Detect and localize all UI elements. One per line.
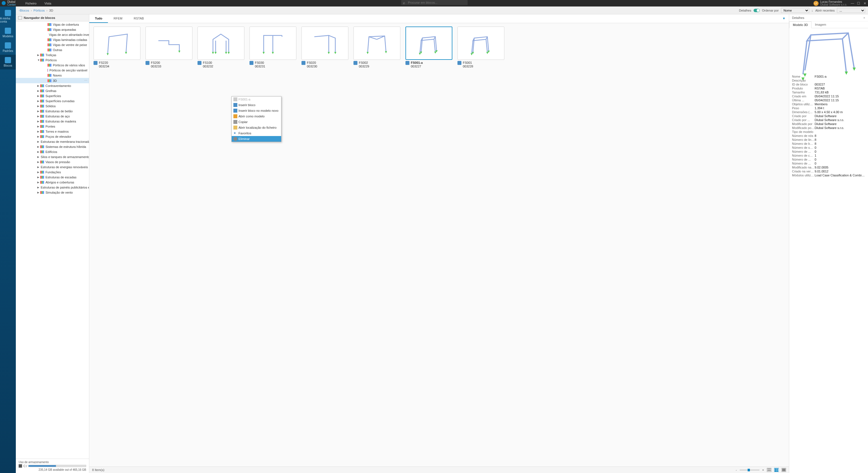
filter-icon[interactable]: ▼ [779,14,789,23]
tree-node[interactable]: ▶Contraventamento [16,83,89,88]
property-value: 8 [815,134,865,137]
tree-node[interactable]: ▶Torres e mastros [16,129,89,134]
tree-node[interactable]: ▶Sistemas de estrutura híbrida [16,144,89,149]
zoom-minus-icon[interactable]: - [736,468,737,472]
block-name: FS220 [99,61,110,65]
tree-node[interactable]: ▶Estruturas de betão [16,109,89,114]
tree-node[interactable]: ▶Estruturas de madeira [16,119,89,124]
view-list-icon[interactable] [767,468,771,472]
tree-node[interactable]: ▶Simulação de vento [16,190,89,195]
zoom-plus-icon[interactable]: + [762,468,764,472]
block-card[interactable]: FS002003229 [353,27,400,69]
svg-marker-24 [853,68,856,71]
context-favorites[interactable]: ★Favoritos [232,130,281,136]
tree-node[interactable]: ▶Fundações [16,170,89,175]
tree-node[interactable]: ▶Sólidos [16,104,89,109]
view-grid-small-icon[interactable] [774,468,779,472]
tree-node[interactable]: ▶Superfícies [16,93,89,99]
block-thumbnail[interactable] [458,27,504,60]
tree-node[interactable]: Vigas de arco atirantado invertidas [16,32,89,37]
tree-node[interactable]: ▶Estruturas de membrana tracionada [16,139,89,144]
rail-blocks[interactable]: Blocos [0,55,16,69]
details-preview[interactable] [789,28,868,73]
tree-node[interactable]: Outras [16,47,89,53]
tree-node[interactable]: ▶Abrigos e coberturas [16,180,89,185]
tree-node[interactable]: Naves [16,73,89,78]
block-card[interactable]: FS001-a003227 [405,27,453,69]
tree-node[interactable]: ▶Estruturas de painéis publicitários e p… [16,185,89,190]
view-grid-large-icon[interactable] [781,468,786,472]
tree-node[interactable]: ▼Pórticos [16,58,89,63]
block-card[interactable]: FS030003231 [249,27,297,69]
search-input[interactable] [401,0,468,5]
tree-node[interactable]: ▶Estruturas de aço [16,114,89,119]
rail-models[interactable]: Modelos [0,25,16,40]
minimize-button[interactable]: — [849,1,856,5]
tree-node[interactable]: Pórticos de secção variável [16,68,89,73]
tree-node[interactable]: Vigas de cobertura [16,22,89,27]
zoom-slider[interactable] [740,470,760,470]
property-value: 731,83 kB [815,91,865,94]
tree-node[interactable]: ▶Edifícios [16,149,89,155]
navigator-icon [18,16,22,20]
tab-rfem[interactable]: RFEM [108,14,128,23]
tree-node[interactable]: ▶Vasos de pressão [16,160,89,165]
models-icon [5,28,11,34]
close-button[interactable]: ✕ [862,1,868,5]
sort-select[interactable]: Nome [781,8,809,13]
context-delete[interactable]: Eliminar [232,136,281,142]
maximize-button[interactable]: ☐ [856,1,862,5]
crumb-blocks[interactable]: Blocos [20,9,29,12]
block-thumbnail[interactable] [94,27,141,60]
tree-node[interactable]: ▶Estruturas de escadas [16,175,89,180]
tree-node[interactable]: ▶Superfícies curvadas [16,99,89,104]
details-close-icon[interactable]: × [864,16,865,20]
preview-3d-icon [789,19,868,82]
tree-node[interactable]: ▶Estruturas de energias renováveis [16,165,89,170]
context-insert-new[interactable]: Inserir bloco no modelo novo [232,108,281,113]
details-toggle[interactable] [753,9,760,12]
tree-node[interactable]: ▶Pontes [16,124,89,129]
context-open-location[interactable]: Abrir localização do ficheiro [232,125,281,130]
tree-node[interactable]: Pórticos de vários vãos [16,63,89,68]
context-insert[interactable]: Inserir bloco [232,102,281,108]
tree-node[interactable]: ▶Silos e tanques de armazenamento [16,155,89,160]
tree-node[interactable]: Vigas laminadas coladas [16,37,89,42]
menu-file[interactable]: Ficheiro [25,2,36,5]
tree-node[interactable]: ▶Grelhas [16,88,89,93]
rail-account[interactable]: A minha conta [0,8,16,25]
tab-rstab[interactable]: RSTAB [128,14,150,23]
block-thumbnail[interactable] [353,27,400,60]
block-card[interactable]: FS220003234 [94,27,141,69]
sort-direction-icon[interactable]: ↓ [811,9,813,12]
property-key: Número de nós [792,134,815,137]
tree-node[interactable]: 3D⋯ [16,78,89,83]
category-icon [40,130,44,133]
tree-node[interactable]: ▶Treliças [16,53,89,58]
block-thumbnail[interactable] [249,27,297,60]
context-copy[interactable]: Copiar [232,119,281,125]
property-value: 003227 [815,83,865,86]
tree-node[interactable]: Vigas arqueadas [16,27,89,32]
tree-node[interactable]: Vigas de ventre de peixe [16,42,89,47]
tree-node[interactable]: ▶Poços de elevador [16,134,89,139]
recent-select[interactable]: ... [837,8,865,13]
block-thumbnail[interactable] [146,27,192,60]
block-card[interactable]: FS020003230 [302,27,348,69]
block-thumbnail[interactable] [197,27,244,60]
category-icon [48,79,52,82]
block-thumbnail[interactable] [405,27,453,60]
context-open-model[interactable]: Abrir como modelo [232,113,281,119]
block-card[interactable]: FS001003228 [458,27,504,69]
block-card[interactable]: FS200003233 [146,27,192,69]
block-name: FS001 [463,61,473,65]
block-card[interactable]: FS100003232 [197,27,244,69]
category-icon [40,191,44,194]
crumb-frames[interactable]: Pórticos [34,9,45,12]
tab-all[interactable]: Tudo [89,14,108,23]
window-controls: — ☐ ✕ [849,0,868,6]
rail-standards[interactable]: Padrões [0,40,16,55]
user-area[interactable]: LF Lucas Fernandes Dlubal Software s.r.o… [813,0,847,6]
menu-view[interactable]: Vista [44,2,51,5]
block-thumbnail[interactable] [302,27,348,60]
